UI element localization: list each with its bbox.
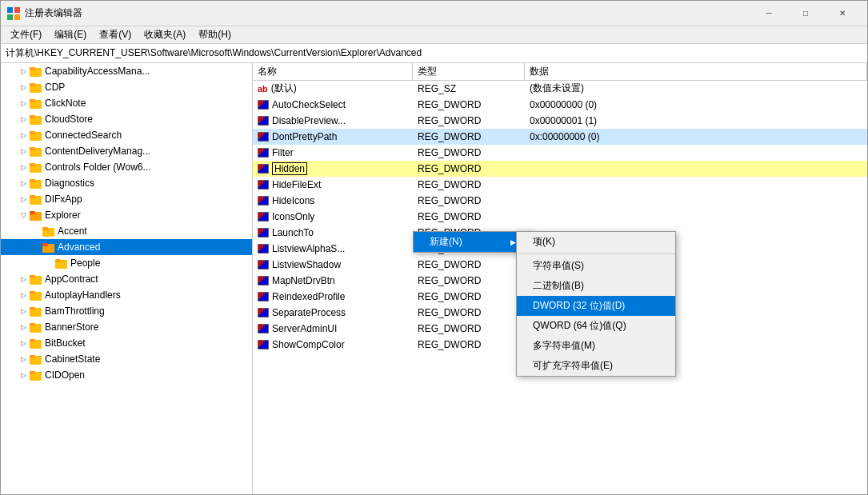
close-button[interactable]: ✕ bbox=[824, 1, 861, 26]
reg-data: 0x00000001 (1) bbox=[525, 115, 867, 126]
maximize-button[interactable]: □ bbox=[787, 1, 824, 26]
folder-icon bbox=[30, 146, 42, 157]
submenu-item-key[interactable]: 项(K) bbox=[517, 232, 675, 252]
menu-favorites[interactable]: 收藏夹(A) bbox=[138, 26, 192, 43]
folder-icon bbox=[30, 162, 42, 173]
tree-item-bannerstore[interactable]: ▷ BannerStore bbox=[1, 319, 252, 335]
table-row[interactable]: Hidden REG_DWORD bbox=[253, 161, 867, 177]
expand-icon: ▷ bbox=[17, 369, 30, 381]
svg-rect-19 bbox=[30, 179, 35, 182]
submenu: 项(K) 字符串值(S) 二进制值(B) DWORD (32 位)值(D) QW… bbox=[516, 231, 676, 377]
table-row[interactable]: HideIcons REG_DWORD bbox=[253, 193, 867, 209]
reg-name: ShowCompColor bbox=[272, 339, 345, 350]
right-panel: 名称 类型 数据 ab (默认) REG_SZ (数值未设置) bbox=[253, 63, 867, 494]
reg-type: REG_DWORD bbox=[413, 339, 525, 350]
tree-item-clicknote[interactable]: ▷ ClickNote bbox=[1, 95, 252, 111]
reg-type: REG_DWORD bbox=[413, 99, 525, 110]
svg-rect-39 bbox=[30, 339, 35, 342]
tree-item-cloudstore[interactable]: ▷ CloudStore bbox=[1, 111, 252, 127]
reg-icon-dword bbox=[258, 132, 269, 142]
svg-rect-35 bbox=[30, 307, 35, 310]
table-header: 名称 类型 数据 bbox=[253, 63, 867, 81]
reg-name: LaunchTo bbox=[272, 227, 314, 238]
submenu-item-binary[interactable]: 二进制值(B) bbox=[517, 276, 675, 296]
menu-help[interactable]: 帮助(H) bbox=[192, 26, 238, 43]
tree-panel: ▷ CapabilityAccessMana... ▷ CDP ▷ ClickN… bbox=[1, 63, 253, 494]
title-bar: 注册表编辑器 ─ □ ✕ bbox=[1, 1, 867, 26]
tree-item-cidopen[interactable]: ▷ CIDOpen bbox=[1, 367, 252, 383]
tree-label: CDP bbox=[45, 82, 65, 93]
tree-item-contentdelivery[interactable]: ▷ ContentDeliveryManag... bbox=[1, 143, 252, 159]
table-row[interactable]: DontPrettyPath REG_DWORD 0x:00000000 (0) bbox=[253, 129, 867, 145]
reg-name: DisablePreview... bbox=[272, 115, 346, 126]
svg-rect-9 bbox=[30, 99, 35, 102]
table-row[interactable]: AutoCheckSelect REG_DWORD 0x00000000 (0) bbox=[253, 97, 867, 113]
table-row[interactable]: HideFileExt REG_DWORD bbox=[253, 177, 867, 193]
tree-item-difxapp[interactable]: ▷ DIFxApp bbox=[1, 191, 252, 207]
submenu-item-multistring[interactable]: 多字符串值(M) bbox=[517, 336, 675, 356]
svg-rect-37 bbox=[30, 323, 35, 326]
header-data[interactable]: 数据 bbox=[525, 63, 867, 80]
tree-item-controlsfolder[interactable]: ▷ Controls Folder (Wow6... bbox=[1, 159, 252, 175]
folder-icon bbox=[30, 82, 42, 93]
tree-item-autoplayhandlers[interactable]: ▷ AutoplayHandlers bbox=[1, 287, 252, 303]
header-name[interactable]: 名称 bbox=[253, 63, 413, 80]
expand-icon: ▷ bbox=[17, 161, 30, 174]
tree-label: ContentDeliveryManag... bbox=[45, 146, 150, 157]
expand-icon: ▽ bbox=[30, 241, 42, 253]
folder-icon bbox=[30, 353, 42, 365]
tree-item-bamthrottling[interactable]: ▷ BamThrottling bbox=[1, 303, 252, 319]
expand-icon: ▷ bbox=[17, 337, 30, 349]
submenu-item-dword32[interactable]: DWORD (32 位)值(D) bbox=[517, 296, 675, 316]
menu-view[interactable]: 查看(V) bbox=[93, 26, 138, 43]
submenu-item-string[interactable]: 字符串值(S) bbox=[517, 256, 675, 276]
expand-icon: ▷ bbox=[17, 353, 30, 365]
tree-item-appcontract[interactable]: ▷ AppContract bbox=[1, 271, 252, 287]
reg-name: DontPrettyPath bbox=[272, 131, 337, 142]
folder-icon bbox=[30, 194, 42, 205]
reg-icon-dword bbox=[258, 100, 269, 110]
svg-rect-31 bbox=[30, 275, 35, 278]
header-type[interactable]: 类型 bbox=[413, 63, 525, 80]
svg-rect-1 bbox=[14, 7, 20, 13]
reg-type: REG_DWORD bbox=[413, 275, 525, 286]
tree-label: Advanced bbox=[58, 242, 100, 253]
tree-item-people[interactable]: ▷ People bbox=[1, 255, 252, 271]
reg-icon-dword bbox=[258, 324, 269, 333]
folder-icon bbox=[42, 226, 55, 237]
expand-icon: ▷ bbox=[17, 321, 30, 333]
expand-icon: ▷ bbox=[17, 81, 30, 94]
tree-label: Accent bbox=[58, 226, 87, 237]
submenu-item-qword64[interactable]: QWORD (64 位)值(Q) bbox=[517, 316, 675, 336]
table-row[interactable]: DisablePreview... REG_DWORD 0x00000001 (… bbox=[253, 113, 867, 129]
folder-icon bbox=[30, 369, 42, 381]
reg-icon-dword bbox=[258, 228, 269, 238]
expand-icon: ▷ bbox=[17, 145, 30, 158]
submenu-chevron-icon: ▶ bbox=[510, 238, 516, 246]
menu-edit[interactable]: 编辑(E) bbox=[48, 26, 93, 43]
tree-item-advanced[interactable]: ▽ Advanced bbox=[1, 239, 252, 255]
reg-icon-dword bbox=[258, 260, 269, 269]
reg-icon-dword bbox=[258, 116, 269, 126]
folder-icon-open-selected bbox=[42, 242, 55, 253]
menu-file[interactable]: 文件(F) bbox=[4, 26, 48, 43]
tree-item-bitbucket[interactable]: ▷ BitBucket bbox=[1, 335, 252, 351]
table-row[interactable]: IconsOnly REG_DWORD bbox=[253, 209, 867, 225]
tree-item-explorer[interactable]: ▽ Explorer bbox=[1, 207, 252, 223]
tree-label: Explorer bbox=[45, 210, 81, 221]
reg-type: REG_DWORD bbox=[413, 323, 525, 334]
window-controls: ─ □ ✕ bbox=[750, 1, 861, 26]
tree-item-accent[interactable]: ▷ Accent bbox=[1, 223, 252, 239]
tree-item-connectedsearch[interactable]: ▷ ConnectedSearch bbox=[1, 127, 252, 143]
context-menu-item-new[interactable]: 新建(N) ▶ bbox=[414, 232, 532, 252]
table-row[interactable]: Filter REG_DWORD bbox=[253, 145, 867, 161]
svg-rect-5 bbox=[30, 67, 35, 70]
submenu-item-expandstring[interactable]: 可扩充字符串值(E) bbox=[517, 356, 675, 376]
tree-item-capabilityaccess[interactable]: ▷ CapabilityAccessMana... bbox=[1, 63, 252, 79]
tree-item-diagnostics[interactable]: ▷ Diagnostics bbox=[1, 175, 252, 191]
minimize-button[interactable]: ─ bbox=[750, 1, 787, 26]
tree-item-cabinetstate[interactable]: ▷ CabinetState bbox=[1, 351, 252, 367]
expand-icon: ▷ bbox=[17, 65, 30, 78]
table-row[interactable]: ab (默认) REG_SZ (数值未设置) bbox=[253, 81, 867, 97]
tree-item-cdp[interactable]: ▷ CDP bbox=[1, 79, 252, 95]
